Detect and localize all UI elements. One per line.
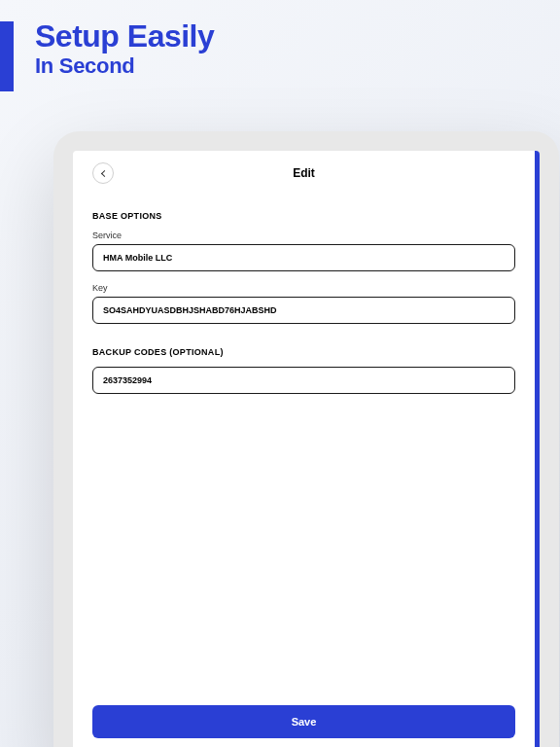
screen-title: Edit xyxy=(293,166,315,180)
service-label: Service xyxy=(92,231,515,240)
key-field: Key xyxy=(92,283,515,324)
app-header: Edit xyxy=(73,151,535,194)
promo-title: Setup Easily xyxy=(35,19,214,53)
tablet-frame: Edit BASE OPTIONS Service Key BACKUP COD… xyxy=(53,131,559,747)
key-label: Key xyxy=(92,283,515,293)
accent-bar xyxy=(0,21,14,91)
edit-form: BASE OPTIONS Service Key BACKUP CODES (O… xyxy=(73,194,535,394)
backup-code-field xyxy=(92,367,515,394)
backup-codes-heading: BACKUP CODES (OPTIONAL) xyxy=(92,347,515,357)
service-field: Service xyxy=(92,231,515,271)
save-button[interactable]: Save xyxy=(92,705,515,738)
promo-subtitle: In Second xyxy=(35,53,214,79)
base-options-heading: BASE OPTIONS xyxy=(92,211,515,221)
service-input[interactable] xyxy=(92,244,515,271)
backup-code-input[interactable] xyxy=(92,367,515,394)
key-input[interactable] xyxy=(92,297,515,324)
app-screen: Edit BASE OPTIONS Service Key BACKUP COD… xyxy=(73,151,540,747)
chevron-left-icon xyxy=(100,169,107,176)
back-button[interactable] xyxy=(92,162,114,184)
promo-header: Setup Easily In Second xyxy=(35,19,214,79)
